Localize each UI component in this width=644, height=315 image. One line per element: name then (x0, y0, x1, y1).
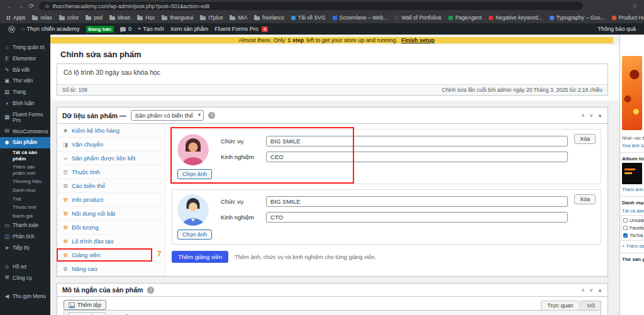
instructor-avatar[interactable] (177, 194, 209, 226)
help-icon[interactable]: ? (208, 112, 215, 119)
bookmark-folder[interactable]: psd (86, 14, 103, 21)
bookmark-link[interactable]: Negative keyword... (489, 14, 543, 21)
bookmark-folder[interactable]: relax (32, 14, 52, 21)
view-product-menu[interactable]: Xem sản phẩm (167, 26, 212, 32)
bookmark-folder[interactable]: thangusui (162, 14, 193, 21)
sidebar-sub-reviews[interactable]: Đánh giá (0, 212, 50, 221)
bookmark-link[interactable]: Screenlane – Web... (333, 14, 388, 21)
sidebar-item-tools[interactable]: ⚒Công cụ (0, 272, 50, 284)
sidebar-item-elementor[interactable]: EElementor (0, 53, 50, 65)
checkbox[interactable] (623, 218, 628, 223)
tab-linked-products[interactable]: ∞Sản phẩm được liên kết (57, 152, 165, 165)
bookmark-star-icon[interactable]: ☆ (632, 3, 638, 9)
toggle-panel-icon[interactable]: ▲ (597, 113, 602, 118)
tab-roadmap[interactable]: ⚒Lộ trình đào tạo (57, 235, 165, 248)
tab-shipping[interactable]: ◨Vận chuyển (57, 138, 165, 152)
sidebar-item-profile[interactable]: ☺Hồ sơ (0, 262, 50, 273)
back-icon[interactable]: ← (6, 3, 13, 9)
sidebar-item-fluent-forms[interactable]: ▦Fluent Forms Pro (0, 109, 50, 126)
delete-instructor-button[interactable]: Xóa (574, 194, 596, 204)
product-image-thumbnail[interactable] (622, 56, 642, 130)
paragraph-format-select[interactable]: Đoạn văn (68, 312, 106, 315)
add-media-button[interactable]: Thêm tệp (64, 300, 106, 310)
sidebar-sub-attributes[interactable]: Thuộc tính (0, 203, 50, 212)
tab-attributes[interactable]: ☰Thuộc tính (57, 165, 165, 179)
comments-menu[interactable]: 0 (117, 26, 135, 32)
tab-inventory[interactable]: ❖Kiểm kê kho hàng (57, 124, 165, 138)
tab-info-product[interactable]: ⚒Info product (57, 193, 165, 207)
album-thumbnail[interactable] (622, 163, 642, 184)
bookmark-folder[interactable]: MiA (230, 14, 247, 21)
bookmark-link[interactable]: Typography – Goo... (550, 14, 605, 21)
sidebar-item-payments[interactable]: ▭Thanh toán (0, 220, 50, 231)
bookmark-apps[interactable]: Apps (6, 14, 25, 21)
bookmark-link[interactable]: Product Hunt – Th... (612, 14, 644, 21)
sidebar-item-posts[interactable]: ✎Bài viết (0, 65, 50, 76)
all-categories-tab[interactable]: Tất cả danh (622, 208, 642, 214)
url-bar[interactable]: ◎ thucchienacademy.com/wp-admin/post.php… (39, 2, 583, 10)
experience-input[interactable] (266, 212, 568, 223)
tab-featured-content[interactable]: ⚒Nội dung nổi bật (57, 207, 165, 221)
visual-tab[interactable]: Trực quan (541, 301, 579, 310)
bookmark-folder[interactable]: color (59, 14, 79, 21)
toggle-panel-icon[interactable]: ▲ (597, 287, 602, 293)
bookmark-link[interactable]: Tải về SVG (291, 14, 325, 21)
position-input[interactable] (266, 136, 568, 146)
sidebar-sub-categories[interactable]: Danh mục (0, 186, 50, 195)
sidebar-collapse-menu[interactable]: ◀Thu gọn Menu (0, 291, 50, 302)
sidebar-item-media[interactable]: ▣Thư viện (0, 75, 50, 87)
move-down-icon[interactable]: ∨ (589, 113, 593, 118)
choose-image-button[interactable]: Chọn ảnh (177, 169, 212, 179)
forward-icon[interactable]: → (18, 3, 24, 9)
sidebar-item-marketing[interactable]: ➤Tiếp thị (0, 243, 50, 254)
editor-visible-text[interactable]: Có lộ trình 30 ngày sau khóa học (57, 64, 608, 84)
reload-icon[interactable]: ⟳ (29, 3, 34, 9)
bookmark-folder[interactable]: ITplus (200, 14, 223, 21)
product-type-select[interactable]: Sản phẩm có biến thể (131, 110, 204, 121)
notifications-menu[interactable]: Thông báo quả (594, 26, 639, 32)
sidebar-item-dashboard[interactable]: ⌂Trang quản trị (0, 42, 50, 53)
sidebar-sub-add-product[interactable]: Thêm sản phẩm mới (0, 163, 50, 177)
code-tab[interactable]: Mã (580, 301, 601, 310)
add-category-link[interactable]: + Thêm danh (622, 243, 642, 249)
add-instructor-button[interactable]: Thêm giảng viên (172, 251, 228, 263)
bookmark-folder[interactable]: freelance (254, 14, 284, 21)
tab-variations[interactable]: ⊞Các biến thể (57, 179, 165, 193)
fluent-forms-menu[interactable]: Fluent Forms Pro4 (211, 26, 271, 32)
sidebar-sub-brands[interactable]: Thương hiệu (0, 177, 50, 186)
experience-input[interactable] (266, 152, 568, 162)
wp-logo-menu[interactable]: W (5, 26, 18, 33)
sidebar-item-comments[interactable]: ◖Bình luận (0, 98, 50, 109)
tab-instructors[interactable]: ⚒ Giảng viên 7 (57, 248, 165, 262)
sidebar-sub-tags[interactable]: Thẻ (0, 195, 50, 204)
site-name-menu[interactable]: ⌂Thực chiến academy (18, 26, 83, 32)
new-content-menu[interactable]: +Tạo mới (135, 26, 167, 32)
checkbox[interactable] (623, 226, 628, 230)
bookmark-folder[interactable]: ideas (109, 14, 130, 21)
checkbox[interactable] (623, 233, 628, 238)
choose-image-button[interactable]: Chọn ảnh (177, 229, 212, 240)
move-down-icon[interactable]: ∨ (589, 287, 593, 293)
sidebar-item-pages[interactable]: ▤Trang (0, 87, 50, 98)
sidebar-sub-all-products[interactable]: Tất cả sản phẩm (0, 148, 50, 163)
site-info-icon[interactable]: ◎ (45, 3, 49, 9)
sidebar-item-products[interactable]: ◆Sản phẩm (0, 137, 50, 148)
remove-product-image-link[interactable]: Xóa ảnh sản p (622, 143, 642, 148)
category-checkbox-row[interactable]: Uncate (623, 218, 641, 223)
position-input[interactable] (266, 196, 568, 207)
bookmark-link[interactable]: PageAgent (448, 14, 482, 21)
move-up-icon[interactable]: ∧ (581, 113, 585, 118)
add-gallery-image-link[interactable]: Thêm ảnh th (622, 187, 642, 192)
move-up-icon[interactable]: ∧ (581, 287, 585, 293)
instructor-avatar[interactable] (177, 134, 209, 165)
bookmark-link[interactable]: Wall of Portfolios (394, 14, 441, 21)
delete-instructor-button[interactable]: Xóa (574, 134, 596, 144)
finish-setup-link[interactable]: Finish setup (401, 37, 435, 43)
tab-advanced[interactable]: ⚙Nâng cao (57, 262, 165, 276)
help-icon[interactable]: ? (147, 287, 154, 294)
sidebar-item-woocommerce[interactable]: WWooCommerce (0, 126, 50, 137)
bookmark-folder[interactable]: Học (137, 14, 155, 21)
category-checkbox-row[interactable]: Facebo (623, 225, 641, 231)
category-checkbox-row[interactable]: TikTok (623, 233, 641, 238)
tab-audience[interactable]: ⚒Đối tượng (57, 221, 165, 235)
